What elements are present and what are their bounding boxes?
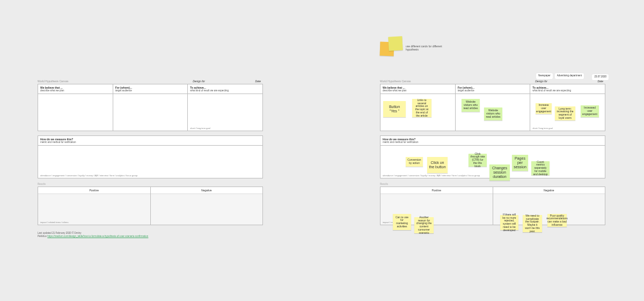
measure-sub: metric and method for verification xyxy=(40,141,260,144)
cell-measure: How do we measure this?metric and method… xyxy=(380,135,605,178)
top-grid: We believe that ...describe what we plan… xyxy=(38,84,263,131)
header-row: World Hypothesis Canvas Design for Date xyxy=(380,80,605,83)
believe-sub: describe what we plan xyxy=(40,89,111,92)
achieve-foot: short / long term goal xyxy=(532,127,603,130)
top-grid: We believe that ...describe what we plan… xyxy=(380,84,605,131)
cell-for: For (whom)...target audience xyxy=(113,84,188,131)
footer-line2: Pelikhov xyxy=(38,235,47,238)
cell-negative: Negative xyxy=(151,187,263,225)
cell-for: For (whom)...target audience xyxy=(456,84,531,131)
sticky-squares-icon xyxy=(380,37,402,59)
results-grid: Positive impact / related items / others… xyxy=(38,187,263,225)
instruction-cluster: use different cards for different hypoth… xyxy=(380,37,449,59)
footer-link[interactable]: https://medium.com/design_table/how-to-f… xyxy=(47,235,148,238)
cell-positive: Positive impact / related items / others xyxy=(38,187,151,225)
cell-measure: How do we measure this?metric and method… xyxy=(38,135,263,178)
measure-sub: metric and method for verification xyxy=(383,141,603,144)
achieve-sub: what kind of result we are expecting xyxy=(190,89,260,92)
hypothesis-canvas-filled: Newspaper Advertising department 23.07.2… xyxy=(380,80,605,225)
chip-date[interactable]: 23.07.2020 xyxy=(592,74,609,80)
negative-head: Negative xyxy=(151,187,263,194)
header-row: World Hypothesis Canvas Design for Date xyxy=(38,80,263,83)
results-grid: Positive impact / related items / others… xyxy=(380,187,605,225)
chip-newspaper[interactable]: Newspaper xyxy=(536,73,553,79)
achieve-foot: short / long term goal xyxy=(190,127,260,130)
cell-believe: We believe that ...describe what we plan xyxy=(380,84,456,131)
design-for-label: Design for xyxy=(464,80,552,83)
design-for-label: Design for xyxy=(121,80,209,83)
negative-head: Negative xyxy=(493,187,605,194)
chip-advertising[interactable]: Advertising department xyxy=(555,73,584,79)
cell-negative: Negative xyxy=(493,187,605,225)
believe-sub: describe what we plan xyxy=(383,89,453,92)
positive-head: Positive xyxy=(38,187,150,194)
positive-head: Positive xyxy=(380,187,493,194)
footer-line1: Last updated 21 February 2020 © Dmitry xyxy=(38,232,82,234)
hypothesis-canvas-empty: World Hypothesis Canvas Design for Date … xyxy=(38,80,263,238)
measure-foot: attendance / engagement / conversion / l… xyxy=(383,175,603,177)
results-label: Results xyxy=(380,183,605,185)
for-sub: target audience xyxy=(115,89,186,92)
cell-positive: Positive impact / related items / others xyxy=(380,187,493,225)
canvas-title: World Hypothesis Canvas xyxy=(38,80,121,83)
date-label: Date xyxy=(209,80,263,83)
cell-believe: We believe that ...describe what we plan xyxy=(38,84,113,131)
design-for-chips: Newspaper Advertising department xyxy=(536,73,584,79)
footer-note: Last updated 21 February 2020 © Dmitry P… xyxy=(38,232,263,238)
results-foot: impact / related items / others xyxy=(383,221,411,224)
achieve-sub: what kind of result we are expecting xyxy=(532,89,603,92)
canvas: use different cards for different hypoth… xyxy=(0,0,644,301)
results-label: Results xyxy=(38,183,263,185)
cell-achieve: To achieve...what kind of result we are … xyxy=(530,84,605,131)
measure-foot: attendance / engagement / conversion / l… xyxy=(40,175,260,177)
results-foot: impact / related items / others xyxy=(40,221,68,224)
for-sub: target audience xyxy=(458,89,528,92)
canvas-title: World Hypothesis Canvas xyxy=(380,80,464,83)
instruction-text: use different cards for different hypoth… xyxy=(406,45,449,51)
cell-achieve: To achieve...what kind of result we are … xyxy=(188,84,262,131)
